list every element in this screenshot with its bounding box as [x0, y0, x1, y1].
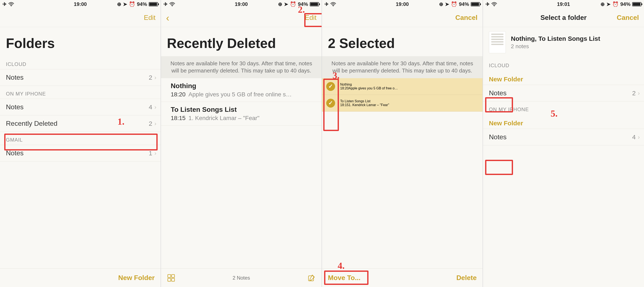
- svg-rect-5: [172, 278, 174, 281]
- compass-icon: ⊕: [278, 1, 282, 7]
- status-bar: ✈︎ 19:01 ⊕ ➤ ⏰ 94%: [483, 0, 644, 8]
- nav-bar: ‹ Edit: [161, 8, 322, 27]
- svg-point-0: [11, 6, 12, 6]
- row-label: Notes: [489, 133, 507, 141]
- pane-recently-deleted: ✈︎ 19:00 ⊕ ➤ ⏰ 94% ‹ Edit Recently Delet…: [161, 0, 322, 287]
- compose-icon[interactable]: [307, 274, 316, 282]
- new-folder-button[interactable]: New Folder: [118, 274, 155, 282]
- airplane-mode-icon: ✈︎: [164, 1, 168, 7]
- toolbar: New Folder: [0, 268, 160, 287]
- svg-rect-3: [172, 274, 174, 278]
- nav-bar: Cancel: [322, 8, 482, 27]
- gallery-view-icon[interactable]: [167, 274, 175, 282]
- edit-button[interactable]: Edit: [305, 14, 316, 22]
- section-gmail: GMAIL: [0, 132, 160, 145]
- location-icon: ➤: [284, 1, 288, 7]
- wifi-icon: [8, 2, 14, 6]
- battery-percent: 94%: [298, 1, 308, 7]
- section-onmyiphone: ON MY IPHONE: [0, 86, 160, 99]
- pane-selected: ✈︎ 19:00 ⊕ ➤ ⏰ 94% Cancel 2 Selected Not…: [322, 0, 483, 287]
- battery-icon: [471, 2, 480, 6]
- note-time: 18:20: [340, 86, 348, 90]
- deletion-banner: Notes are available here for 30 days. Af…: [161, 56, 322, 78]
- cancel-button[interactable]: Cancel: [455, 14, 478, 22]
- selected-notes-summary: Nothing, To Listen Songs List 2 notes: [483, 27, 644, 58]
- page-title: Recently Deleted: [161, 27, 322, 56]
- chevron-right-icon: ›: [638, 134, 640, 140]
- compass-icon: ⊕: [117, 1, 121, 7]
- note-title: To Listen Songs List: [340, 99, 477, 103]
- alarm-icon: ⏰: [129, 1, 135, 7]
- selection-check-icon[interactable]: ✓: [326, 99, 335, 108]
- alarm-icon: ⏰: [290, 1, 296, 7]
- pane-folders: ✈︎ 19:00 ⊕ ➤ ⏰ 94% Edit Folders ICLOUD N…: [0, 0, 161, 287]
- note-preview: Apple gives you 5 GB of free online s…: [188, 91, 292, 98]
- new-folder-link[interactable]: New Folder: [483, 70, 644, 85]
- page-title: 2 Selected: [322, 27, 482, 56]
- wifi-icon: [492, 2, 497, 6]
- chevron-right-icon: ›: [154, 104, 156, 110]
- note-row-selected[interactable]: ✓ Nothing 18:20Apple gives you 5 GB of f…: [322, 78, 482, 95]
- folder-row-recently-deleted[interactable]: Recently Deleted 2›: [0, 115, 160, 132]
- chevron-right-icon: ›: [638, 90, 640, 96]
- battery-icon: [310, 2, 319, 6]
- row-count: 2: [149, 120, 152, 127]
- folder-row-omp-notes[interactable]: Notes 4›: [0, 99, 160, 116]
- note-title: Nothing: [340, 83, 477, 86]
- battery-icon: [149, 2, 158, 6]
- row-label: Recently Deleted: [6, 120, 58, 128]
- toolbar: Move To... Delete: [322, 268, 482, 287]
- airplane-mode-icon: ✈︎: [2, 1, 7, 7]
- cancel-button[interactable]: Cancel: [617, 14, 639, 22]
- note-row-selected[interactable]: ✓ To Listen Songs List 18:151. Kendrick …: [322, 95, 482, 112]
- svg-rect-2: [168, 274, 171, 278]
- folder-row-icloud-notes[interactable]: Notes 2›: [0, 69, 160, 86]
- note-time: 18:15: [340, 103, 348, 107]
- section-onmyiphone: ON MY IPHONE: [483, 102, 644, 114]
- edit-button[interactable]: Edit: [144, 14, 156, 22]
- selection-check-icon[interactable]: ✓: [326, 82, 335, 91]
- row-label: Notes: [6, 103, 24, 111]
- folder-row-icloud-notes[interactable]: Notes 2›: [483, 85, 644, 102]
- chevron-right-icon: ›: [154, 120, 156, 127]
- row-label: Notes: [6, 74, 24, 81]
- note-row[interactable]: Nothing 18:20Apple gives you 5 GB of fre…: [161, 78, 322, 102]
- wifi-icon: [330, 2, 336, 6]
- note-time: 18:15: [171, 115, 186, 121]
- alarm-icon: ⏰: [451, 1, 457, 7]
- location-icon: ➤: [606, 1, 610, 7]
- row-label: Notes: [489, 89, 507, 97]
- battery-icon: [632, 2, 642, 6]
- status-bar: ✈︎ 19:00 ⊕ ➤ ⏰ 94%: [161, 0, 322, 8]
- chevron-right-icon: ›: [154, 150, 156, 156]
- note-title: Nothing: [171, 82, 316, 90]
- folder-row-omp-notes[interactable]: Notes 4›: [483, 129, 644, 146]
- battery-percent: 94%: [620, 1, 630, 7]
- svg-point-8: [494, 6, 494, 6]
- chevron-right-icon: ›: [154, 74, 156, 81]
- svg-point-1: [172, 6, 172, 6]
- row-count: 4: [632, 134, 636, 141]
- row-count: 2: [149, 74, 152, 81]
- svg-rect-4: [168, 278, 171, 281]
- status-bar: ✈︎ 19:00 ⊕ ➤ ⏰ 94%: [322, 0, 482, 8]
- nav-bar: Select a folder Cancel: [483, 8, 644, 27]
- note-row[interactable]: To Listen Songs List 18:151. Kendrick La…: [161, 102, 322, 126]
- folder-row-gmail-notes[interactable]: Notes 1›: [0, 145, 160, 162]
- note-preview: Apple gives you 5 GB of free o…: [348, 86, 398, 90]
- delete-button[interactable]: Delete: [456, 274, 477, 282]
- note-thumbnail-icon: [489, 31, 506, 53]
- battery-percent: 94%: [137, 1, 147, 7]
- new-folder-link[interactable]: New Folder: [483, 114, 644, 129]
- row-count: 4: [149, 104, 152, 111]
- note-time: 18:20: [171, 91, 186, 98]
- row-count: 2: [632, 90, 636, 97]
- back-button[interactable]: ‹: [166, 13, 169, 22]
- airplane-mode-icon: ✈︎: [486, 1, 490, 7]
- move-to-button[interactable]: Move To...: [328, 274, 360, 282]
- wifi-icon: [170, 2, 175, 6]
- page-title: Folders: [0, 27, 160, 56]
- svg-point-7: [333, 6, 334, 6]
- battery-percent: 94%: [459, 1, 469, 7]
- location-icon: ➤: [445, 1, 449, 7]
